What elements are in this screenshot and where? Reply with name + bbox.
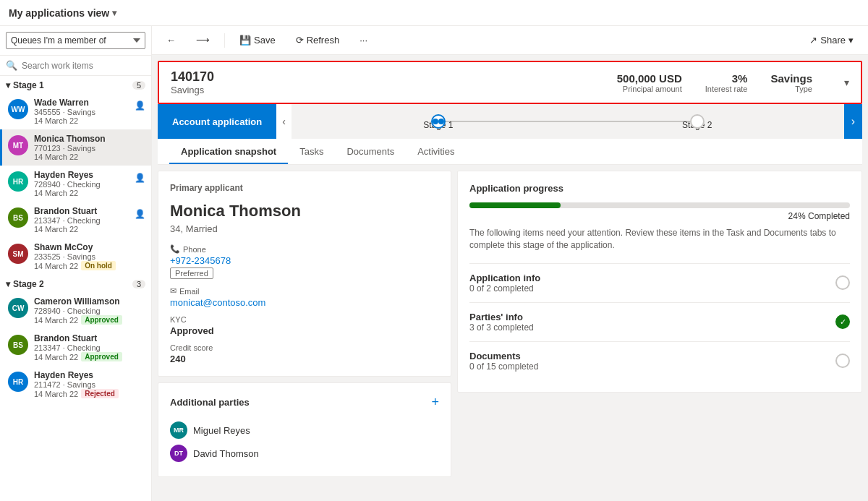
item-badge: Approved xyxy=(81,352,122,361)
stage-header-stage-2[interactable]: ▾ Stage 2 3 xyxy=(0,275,151,292)
pi-title: Documents xyxy=(469,351,538,361)
item-sub: 213347 · Checking xyxy=(34,343,145,352)
share-button[interactable]: ↗ Share ▾ xyxy=(804,32,859,48)
search-input[interactable] xyxy=(22,61,145,71)
list-item[interactable]: HR Hayden Reyes 728940 · Checking 14 Mar… xyxy=(0,166,151,202)
savings-type-label: Type xyxy=(770,85,812,93)
tab-activities[interactable]: Activities xyxy=(406,139,466,164)
add-party-button[interactable]: + xyxy=(431,395,439,410)
email-link[interactable]: monicat@contoso.com xyxy=(170,297,265,308)
list-item[interactable]: HR Hayden Reyes 211472 · Savings 14 Marc… xyxy=(0,366,151,403)
process-prev-button[interactable]: ‹ xyxy=(276,104,292,139)
item-info: Hayden Reyes 728940 · Checking 14 March … xyxy=(34,170,129,197)
parties-list: MR Miguel Reyes DT David Thomson xyxy=(170,419,439,465)
item-date: 14 March 22 Rejected xyxy=(34,389,145,398)
progress-bar-inner xyxy=(469,202,561,208)
person-icon: 👤 xyxy=(135,173,145,183)
progress-percent: 24% Completed xyxy=(469,211,850,221)
principal-amount-value: 500,000 USD xyxy=(617,72,682,85)
item-name: Shawn McCoy xyxy=(34,242,145,252)
record-header: 140170 Savings 500,000 USD Principal amo… xyxy=(158,61,862,104)
right-panel: Application progress 24% Completed The f… xyxy=(457,171,862,495)
phone-link[interactable]: +972-2345678 xyxy=(170,255,231,266)
app-title-text: My applications view xyxy=(9,7,109,19)
progress-item-documents: Documents 0 of 15 completed xyxy=(469,341,850,380)
item-sub: 345555 · Savings xyxy=(34,108,129,116)
record-type: Savings xyxy=(171,85,214,95)
sidebar-search-bar: 🔍 xyxy=(0,56,151,76)
record-collapse-button[interactable]: ▾ xyxy=(844,77,849,88)
interest-rate-label: Interest rate xyxy=(705,85,748,93)
pi-sub: 3 of 3 completed xyxy=(469,322,534,333)
tab-snapshot[interactable]: Application snapshot xyxy=(169,139,288,164)
avatar: HR xyxy=(8,372,28,392)
back-button[interactable]: ← xyxy=(161,32,182,48)
top-bar: My applications view ▾ xyxy=(0,0,868,26)
pi-status-icon xyxy=(835,354,850,368)
item-name: Hayden Reyes xyxy=(34,170,129,180)
email-icon: ✉ xyxy=(170,286,176,296)
process-stage-1[interactable]: Stage 1 xyxy=(309,110,568,133)
progress-item-app-info: Application info 0 of 2 completed xyxy=(469,263,850,302)
avatar: MT xyxy=(8,135,28,155)
tab-tasks[interactable]: Tasks xyxy=(288,139,335,164)
progress-note: The following items need your attention.… xyxy=(469,227,850,252)
item-date: 14 March 22 xyxy=(34,153,145,161)
save-button[interactable]: 💾 Save xyxy=(234,32,281,48)
process-bar: Account application ‹ Stage 1 xyxy=(158,104,862,139)
back-icon: ← xyxy=(166,35,176,46)
primary-applicant-card: Primary applicant Monica Thomson 34, Mar… xyxy=(158,171,451,377)
queue-dropdown[interactable]: Queues I'm a member of xyxy=(6,32,145,49)
save-icon: 💾 xyxy=(239,35,251,46)
stage-2-circle xyxy=(690,114,705,129)
more-button[interactable]: ··· xyxy=(354,32,373,48)
item-sub: 728940 · Checking xyxy=(34,180,129,189)
item-info: Cameron Williamson 728940 · Checking 14 … xyxy=(34,296,145,325)
list-item[interactable]: WW Wade Warren 345555 · Savings 14 March… xyxy=(0,93,151,129)
process-stage-2[interactable]: Stage 2 xyxy=(568,110,827,133)
stage-chevron: ▾ xyxy=(6,80,10,90)
account-application-tab[interactable]: Account application xyxy=(158,104,276,139)
forward-button[interactable]: ⟶ xyxy=(190,32,216,48)
more-label: ··· xyxy=(359,35,367,46)
app-title-chevron[interactable]: ▾ xyxy=(112,8,116,18)
item-badge: On hold xyxy=(81,261,116,270)
avatar: HR xyxy=(8,171,28,192)
pi-title: Application info xyxy=(469,273,540,283)
party-avatar: MR xyxy=(170,421,187,439)
list-item[interactable]: BS Brandon Stuart 213347 · Checking 14 M… xyxy=(0,202,151,238)
item-name: Brandon Stuart xyxy=(34,333,145,343)
process-next-button[interactable]: › xyxy=(844,104,862,139)
item-sub: 728940 · Checking xyxy=(34,307,145,315)
progress-item-parties-info: Parties' info 3 of 3 completed xyxy=(469,302,850,341)
stage-header-stage-1[interactable]: ▾ Stage 1 5 xyxy=(0,76,151,93)
progress-items: Application info 0 of 2 completed Partie… xyxy=(469,263,850,380)
item-info: Wade Warren 345555 · Savings 14 March 22 xyxy=(34,98,129,125)
item-name: Cameron Williamson xyxy=(34,296,145,307)
phone-icon: 📞 xyxy=(170,244,180,254)
item-badge: Approved xyxy=(81,315,122,325)
tab-documents[interactable]: Documents xyxy=(335,139,406,164)
principal-amount-label: Principal amount xyxy=(617,85,682,93)
app-title: My applications view ▾ xyxy=(9,7,116,19)
item-sub: 770123 · Savings xyxy=(34,144,145,153)
refresh-button[interactable]: ⟳ Refresh xyxy=(290,32,346,48)
list-item[interactable]: BS Brandon Stuart 213347 · Checking 14 M… xyxy=(0,329,151,366)
toolbar: ← ⟶ 💾 Save ⟳ Refresh ··· ↗ Share ▾ xyxy=(152,26,868,55)
party-avatar: DT xyxy=(170,445,187,462)
kyc-value: Approved xyxy=(170,325,439,336)
credit-score-section: Credit score 240 xyxy=(170,343,439,364)
queue-selector[interactable]: Queues I'm a member of xyxy=(0,26,151,56)
person-icon: 👤 xyxy=(135,209,145,219)
list-item[interactable]: CW Cameron Williamson 728940 · Checking … xyxy=(0,292,151,329)
item-info: Brandon Stuart 213347 · Checking 14 Marc… xyxy=(34,206,129,234)
item-date: 14 March 22 Approved xyxy=(34,352,145,361)
process-stages: Stage 1 Stage 2 xyxy=(292,104,844,139)
pi-status-icon xyxy=(835,314,850,329)
list-item[interactable]: SM Shawn McCoy 233525 · Savings 14 March… xyxy=(0,238,151,275)
interest-rate-field: 3% Interest rate xyxy=(705,72,748,93)
list-item[interactable]: MT Monica Thomson 770123 · Savings 14 Ma… xyxy=(0,129,151,166)
avatar: BS xyxy=(8,335,28,355)
record-fields: 500,000 USD Principal amount 3% Interest… xyxy=(617,72,849,93)
progress-bar-outer xyxy=(469,202,850,208)
